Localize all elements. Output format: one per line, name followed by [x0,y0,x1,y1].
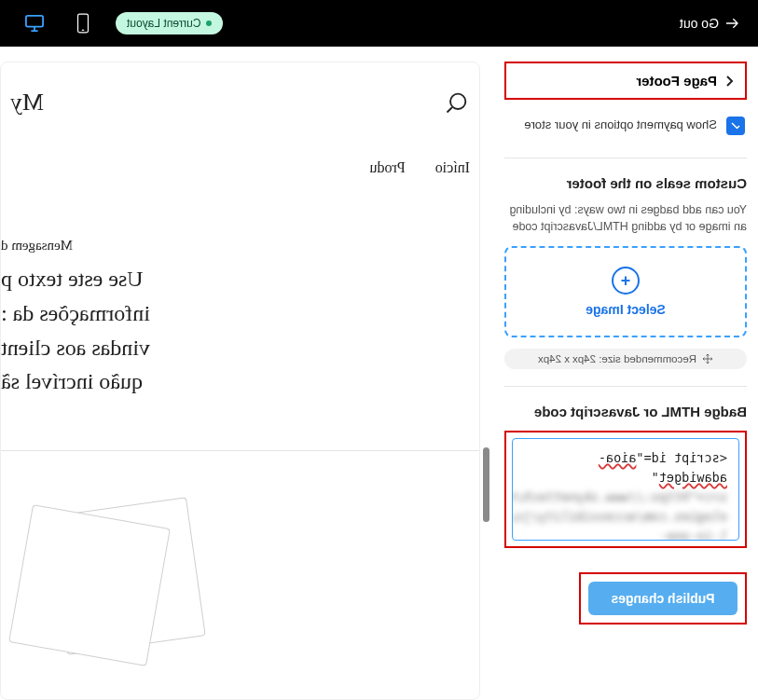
svg-point-5 [450,94,465,109]
show-payment-options-row[interactable]: Show payment options in your store [504,111,747,141]
page-footer-label: Page Footer [636,73,717,89]
preview-body-line: informações da : [1,297,479,330]
custom-seals-title: Custom seals on the footer [504,175,747,191]
page-footer-toggle[interactable]: Page Footer [504,62,747,100]
checkbox-checked[interactable] [726,117,745,135]
code-line: <script id="aioa-adawidget" [524,448,727,487]
select-image-label: Select Image [586,302,666,317]
plus-circle-icon: + [612,267,640,295]
publish-highlight-outline: Publish changes [579,572,747,625]
divider [504,158,747,158]
scroll-thumb[interactable] [484,447,490,522]
mobile-icon [76,13,90,34]
preview-site-title: My [10,89,44,117]
preview-body-line: vindas aos client [1,332,479,364]
move-icon [702,353,713,364]
preview-cards-area [1,450,479,599]
current-layout-badge: Current Layout [116,12,223,34]
check-icon [730,120,741,131]
go-out-label: Go out [680,16,719,31]
divider [504,386,747,387]
settings-sidebar: Page Footer Show payment options in your… [493,47,758,700]
nav-item-produtos[interactable]: Produ [369,159,405,176]
badge-code-textarea[interactable]: <script id="aioa-adawidget" src="https:/… [512,438,739,541]
code-line-blur: src="https://www.skynettech/n [524,487,727,507]
svg-line-6 [448,107,452,112]
recommended-size-label: Recommended size: 24px x 24px [538,353,696,364]
code-line-blur: l-in-one-accessibility.js... [524,527,727,541]
desktop-icon [24,14,45,33]
arrow-left-icon [724,16,739,31]
preview-pane: My Início Produ Mensagem d Use este text… [0,47,480,700]
svg-rect-2 [26,16,43,27]
badge-code-title: Badge HTML or Javascript code [504,404,747,419]
code-line-blur: ologies.com/accessibility/js/al [524,507,727,527]
preview-body-line: quão incrível sã [1,365,479,398]
custom-seals-desc: You can add badges in two ways: by inclu… [504,202,747,235]
show-payment-options-label: Show payment options in your store [524,117,717,133]
sidebar-scrollbar[interactable] [480,47,493,700]
recommended-size-pill: Recommended size: 24px x 24px [504,349,747,369]
preview-message-label: Mensagem d [1,185,479,263]
device-mobile-button[interactable] [67,7,99,39]
nav-item-inicio[interactable]: Início [435,159,470,176]
top-bar: Go out Current Layout [0,0,758,47]
code-highlight-outline: <script id="aioa-adawidget" src="https:/… [504,431,747,548]
preview-card [8,504,171,666]
preview-frame: My Início Produ Mensagem d Use este text… [0,62,480,700]
go-out-button[interactable]: Go out [680,16,739,31]
publish-changes-button[interactable]: Publish changes [588,582,737,615]
chevron-left-icon [724,75,734,88]
preview-body-line: Use este texto p [1,263,479,295]
current-layout-label: Current Layout [127,17,200,30]
select-image-dropzone[interactable]: + Select Image [504,246,747,337]
device-desktop-button[interactable] [19,7,50,39]
publish-label: Publish changes [611,591,714,606]
preview-body-text: Use este texto p informações da : vindas… [1,263,479,398]
preview-nav: Início Produ [1,117,479,185]
search-icon[interactable] [444,89,470,116]
